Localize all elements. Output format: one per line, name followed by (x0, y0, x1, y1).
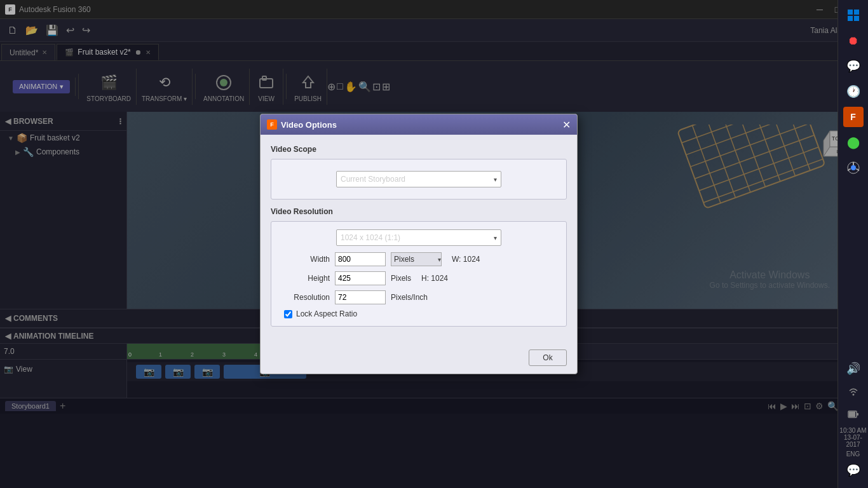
language-indicator: ENG (846, 451, 860, 458)
notifications-icon[interactable]: 💬 (843, 460, 864, 480)
dialog-content: Video Scope Current Storyboard ▾ Video R… (261, 135, 577, 344)
tray-windows-icon[interactable] (843, 5, 864, 25)
dialog-title: Video Options (281, 120, 337, 130)
dialog-title-left: F Video Options (267, 119, 337, 130)
width-unit-arrow: ▾ (438, 256, 441, 263)
width-label: Width (279, 255, 330, 264)
svg-rect-30 (854, 16, 859, 21)
modal-overlay: F Video Options ✕ Video Scope Current St… (0, 0, 837, 488)
preset-row: 1024 x 1024 (1:1) ▾ (279, 229, 559, 246)
tray-battery-icon[interactable] (843, 404, 864, 424)
svg-point-36 (852, 394, 854, 396)
dialog-close-button[interactable]: ✕ (562, 119, 571, 131)
resolution-unit: Pixels/Inch (391, 293, 428, 302)
svg-rect-28 (854, 10, 859, 15)
width-row: Width Pixels ▾ W: 1024 (279, 252, 559, 266)
tray-chrome-icon[interactable] (843, 158, 864, 178)
resolution-preset-dropdown[interactable]: 1024 x 1024 (1:1) ▾ (336, 229, 501, 246)
video-scope-row: Current Storyboard ▾ (279, 167, 559, 191)
dialog-titlebar: F Video Options ✕ (261, 114, 577, 135)
svg-point-32 (851, 165, 856, 170)
lock-aspect-row: Lock Aspect Ratio (284, 309, 559, 318)
dialog-footer: Ok (261, 344, 577, 374)
height-unit: Pixels (391, 274, 411, 283)
resolution-input[interactable] (335, 290, 386, 304)
dialog-logo: F (267, 119, 277, 130)
video-scope-dropdown[interactable]: Current Storyboard ▾ (336, 171, 501, 187)
clock-time: 10:30 AM (838, 427, 868, 434)
tray-fusion-icon[interactable]: F (843, 107, 864, 127)
width-unit-label: Pixels (391, 255, 438, 264)
tray-record-icon[interactable]: ⏺ (843, 30, 864, 51)
video-resolution-label: Video Resolution (271, 207, 567, 216)
resolution-label: Resolution (279, 293, 330, 302)
svg-rect-38 (849, 412, 855, 417)
video-resolution-box: 1024 x 1024 (1:1) ▾ Width Pixels ▾ W: 10… (271, 221, 567, 327)
width-unit-dropdown[interactable]: Pixels ▾ (391, 252, 442, 266)
svg-rect-29 (848, 16, 853, 21)
tray-green-icon[interactable]: ⬤ (843, 132, 864, 152)
video-scope-value: Current Storyboard (341, 175, 405, 184)
height-ref: H: 1024 (421, 274, 448, 283)
video-options-dialog: F Video Options ✕ Video Scope Current St… (260, 114, 578, 374)
tray-chat-icon[interactable]: 💬 (843, 56, 864, 76)
clock-date: 13-07-2017 (838, 434, 868, 448)
video-scope-arrow: ▾ (494, 176, 497, 183)
height-row: Height Pixels H: 1024 (279, 271, 559, 285)
width-input[interactable] (335, 252, 386, 266)
preset-value: 1024 x 1024 (1:1) (341, 233, 400, 242)
lock-aspect-label: Lock Aspect Ratio (296, 309, 357, 318)
video-scope-box: Current Storyboard ▾ (271, 159, 567, 200)
resolution-row: Resolution Pixels/Inch (279, 290, 559, 304)
ok-button[interactable]: Ok (529, 349, 567, 366)
system-tray: ⏺ 💬 🕐 F ⬤ 🔊 10:30 AM 13-07-2017 ENG 💬 (837, 0, 868, 488)
video-scope-label: Video Scope (271, 145, 567, 154)
height-label: Height (279, 274, 330, 283)
tray-speaker-icon[interactable]: 🔊 (843, 358, 864, 379)
system-clock: 10:30 AM 13-07-2017 (838, 427, 868, 448)
svg-rect-27 (848, 10, 853, 15)
width-ref: W: 1024 (452, 255, 480, 264)
tray-bottom: 🔊 10:30 AM 13-07-2017 ENG 💬 (838, 358, 868, 483)
tray-wifi-icon[interactable] (843, 381, 864, 402)
lock-aspect-checkbox[interactable] (284, 310, 292, 318)
svg-rect-39 (857, 413, 858, 416)
height-input[interactable] (335, 271, 386, 285)
preset-arrow: ▾ (494, 234, 497, 241)
tray-history-icon[interactable]: 🕐 (843, 81, 864, 102)
